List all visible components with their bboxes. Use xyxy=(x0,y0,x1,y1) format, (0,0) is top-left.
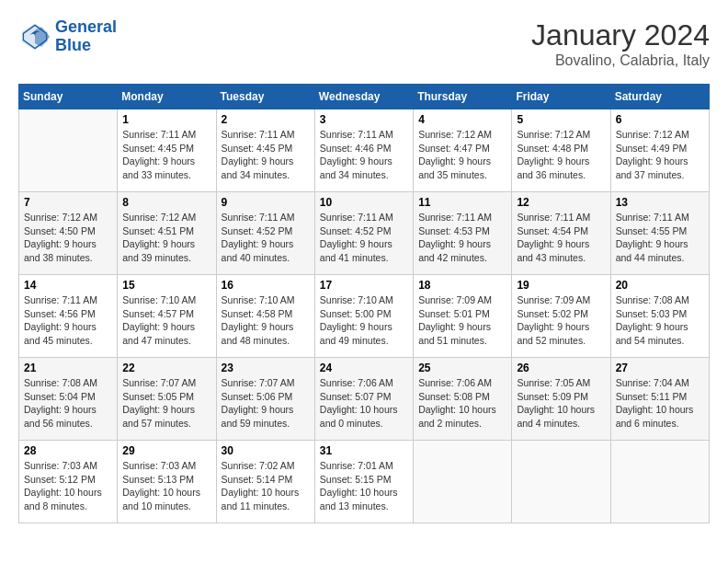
calendar-cell: 2Sunrise: 7:11 AM Sunset: 4:45 PM Daylig… xyxy=(216,109,314,192)
day-info: Sunrise: 7:07 AM Sunset: 5:06 PM Dayligh… xyxy=(222,376,310,431)
logo-text-line2: Blue xyxy=(55,37,117,55)
calendar-cell: 7Sunrise: 7:12 AM Sunset: 4:50 PM Daylig… xyxy=(19,192,118,275)
day-number: 20 xyxy=(616,279,704,292)
day-number: 3 xyxy=(320,113,408,126)
day-info: Sunrise: 7:12 AM Sunset: 4:51 PM Dayligh… xyxy=(122,211,210,265)
day-number: 18 xyxy=(418,279,506,292)
calendar-cell: 29Sunrise: 7:03 AM Sunset: 5:13 PM Dayli… xyxy=(118,441,216,523)
day-number: 25 xyxy=(418,362,506,374)
calendar-table: SundayMondayTuesdayWednesdayThursdayFrid… xyxy=(18,84,710,523)
header-friday: Friday xyxy=(512,85,610,109)
week-row-3: 14Sunrise: 7:11 AM Sunset: 4:56 PM Dayli… xyxy=(19,275,710,358)
day-number: 24 xyxy=(320,362,408,374)
calendar-cell: 3Sunrise: 7:11 AM Sunset: 4:46 PM Daylig… xyxy=(314,109,413,192)
day-info: Sunrise: 7:12 AM Sunset: 4:48 PM Dayligh… xyxy=(517,128,605,182)
day-info: Sunrise: 7:03 AM Sunset: 5:13 PM Dayligh… xyxy=(122,459,210,513)
day-number: 6 xyxy=(616,113,704,126)
calendar-cell: 1Sunrise: 7:11 AM Sunset: 4:45 PM Daylig… xyxy=(118,109,216,192)
day-number: 17 xyxy=(320,279,408,292)
calendar-cell: 19Sunrise: 7:09 AM Sunset: 5:02 PM Dayli… xyxy=(512,275,610,358)
day-number: 10 xyxy=(320,196,408,209)
day-info: Sunrise: 7:10 AM Sunset: 4:58 PM Dayligh… xyxy=(222,293,310,348)
calendar-cell: 10Sunrise: 7:11 AM Sunset: 4:52 PM Dayli… xyxy=(314,192,413,275)
week-row-4: 21Sunrise: 7:08 AM Sunset: 5:04 PM Dayli… xyxy=(19,358,710,441)
day-info: Sunrise: 7:11 AM Sunset: 4:54 PM Dayligh… xyxy=(517,211,605,265)
header-sunday: Sunday xyxy=(19,85,118,109)
calendar-cell: 23Sunrise: 7:07 AM Sunset: 5:06 PM Dayli… xyxy=(216,358,314,441)
day-info: Sunrise: 7:11 AM Sunset: 4:56 PM Dayligh… xyxy=(24,293,112,348)
day-number: 5 xyxy=(517,113,605,126)
day-number: 12 xyxy=(517,196,605,209)
day-info: Sunrise: 7:09 AM Sunset: 5:02 PM Dayligh… xyxy=(517,293,605,348)
page-header: General Blue January 2024 Bovalino, Cala… xyxy=(18,18,710,69)
calendar-cell: 30Sunrise: 7:02 AM Sunset: 5:14 PM Dayli… xyxy=(216,441,314,523)
calendar-cell: 9Sunrise: 7:11 AM Sunset: 4:52 PM Daylig… xyxy=(216,192,314,275)
title-block: January 2024 Bovalino, Calabria, Italy xyxy=(531,18,710,69)
day-number: 13 xyxy=(616,196,704,209)
logo-text-line1: General xyxy=(55,18,117,37)
calendar-cell: 4Sunrise: 7:12 AM Sunset: 4:47 PM Daylig… xyxy=(414,109,512,192)
day-info: Sunrise: 7:11 AM Sunset: 4:45 PM Dayligh… xyxy=(222,128,310,182)
calendar-cell xyxy=(512,441,610,523)
calendar-cell: 14Sunrise: 7:11 AM Sunset: 4:56 PM Dayli… xyxy=(19,275,118,358)
header-wednesday: Wednesday xyxy=(314,85,413,109)
day-number: 2 xyxy=(222,113,310,126)
calendar-cell xyxy=(19,109,118,192)
calendar-cell: 24Sunrise: 7:06 AM Sunset: 5:07 PM Dayli… xyxy=(314,358,413,441)
day-info: Sunrise: 7:08 AM Sunset: 5:03 PM Dayligh… xyxy=(616,293,704,348)
header-thursday: Thursday xyxy=(414,85,512,109)
day-info: Sunrise: 7:05 AM Sunset: 5:09 PM Dayligh… xyxy=(517,376,605,431)
day-number: 4 xyxy=(418,113,506,126)
calendar-cell xyxy=(414,441,512,523)
calendar-subtitle: Bovalino, Calabria, Italy xyxy=(531,52,710,69)
day-info: Sunrise: 7:11 AM Sunset: 4:45 PM Dayligh… xyxy=(122,128,210,182)
day-info: Sunrise: 7:11 AM Sunset: 4:53 PM Dayligh… xyxy=(418,211,506,265)
calendar-cell: 15Sunrise: 7:10 AM Sunset: 4:57 PM Dayli… xyxy=(118,275,216,358)
day-info: Sunrise: 7:01 AM Sunset: 5:15 PM Dayligh… xyxy=(320,459,408,513)
week-row-1: 1Sunrise: 7:11 AM Sunset: 4:45 PM Daylig… xyxy=(19,109,710,192)
day-number: 8 xyxy=(122,196,210,209)
day-info: Sunrise: 7:03 AM Sunset: 5:12 PM Dayligh… xyxy=(24,459,112,513)
calendar-cell: 20Sunrise: 7:08 AM Sunset: 5:03 PM Dayli… xyxy=(610,275,709,358)
day-info: Sunrise: 7:08 AM Sunset: 5:04 PM Dayligh… xyxy=(24,376,112,431)
day-info: Sunrise: 7:02 AM Sunset: 5:14 PM Dayligh… xyxy=(222,459,310,513)
day-info: Sunrise: 7:12 AM Sunset: 4:47 PM Dayligh… xyxy=(418,128,506,182)
day-number: 29 xyxy=(122,444,210,457)
calendar-cell: 27Sunrise: 7:04 AM Sunset: 5:11 PM Dayli… xyxy=(610,358,709,441)
week-row-5: 28Sunrise: 7:03 AM Sunset: 5:12 PM Dayli… xyxy=(19,441,710,523)
calendar-title: January 2024 xyxy=(531,18,710,52)
calendar-cell: 12Sunrise: 7:11 AM Sunset: 4:54 PM Dayli… xyxy=(512,192,610,275)
day-number: 1 xyxy=(122,113,210,126)
day-info: Sunrise: 7:10 AM Sunset: 4:57 PM Dayligh… xyxy=(122,293,210,348)
calendar-cell: 21Sunrise: 7:08 AM Sunset: 5:04 PM Dayli… xyxy=(19,358,118,441)
day-info: Sunrise: 7:11 AM Sunset: 4:52 PM Dayligh… xyxy=(320,211,408,265)
calendar-cell: 18Sunrise: 7:09 AM Sunset: 5:01 PM Dayli… xyxy=(414,275,512,358)
day-number: 31 xyxy=(320,444,408,457)
week-row-2: 7Sunrise: 7:12 AM Sunset: 4:50 PM Daylig… xyxy=(19,192,710,275)
day-info: Sunrise: 7:11 AM Sunset: 4:55 PM Dayligh… xyxy=(616,211,704,265)
calendar-cell: 11Sunrise: 7:11 AM Sunset: 4:53 PM Dayli… xyxy=(414,192,512,275)
day-info: Sunrise: 7:06 AM Sunset: 5:07 PM Dayligh… xyxy=(320,376,408,431)
calendar-cell: 28Sunrise: 7:03 AM Sunset: 5:12 PM Dayli… xyxy=(19,441,118,523)
header-saturday: Saturday xyxy=(610,85,709,109)
day-info: Sunrise: 7:04 AM Sunset: 5:11 PM Dayligh… xyxy=(616,376,704,431)
day-info: Sunrise: 7:12 AM Sunset: 4:49 PM Dayligh… xyxy=(616,128,704,182)
calendar-header-row: SundayMondayTuesdayWednesdayThursdayFrid… xyxy=(19,85,710,109)
calendar-cell xyxy=(610,441,709,523)
logo-icon xyxy=(18,20,51,53)
day-number: 23 xyxy=(222,362,310,374)
day-number: 16 xyxy=(222,279,310,292)
calendar-cell: 8Sunrise: 7:12 AM Sunset: 4:51 PM Daylig… xyxy=(118,192,216,275)
calendar-cell: 6Sunrise: 7:12 AM Sunset: 4:49 PM Daylig… xyxy=(610,109,709,192)
day-number: 22 xyxy=(122,362,210,374)
day-number: 11 xyxy=(418,196,506,209)
day-number: 27 xyxy=(616,362,704,374)
day-number: 26 xyxy=(517,362,605,374)
day-number: 28 xyxy=(24,444,112,457)
calendar-cell: 16Sunrise: 7:10 AM Sunset: 4:58 PM Dayli… xyxy=(216,275,314,358)
header-monday: Monday xyxy=(118,85,216,109)
calendar-cell: 17Sunrise: 7:10 AM Sunset: 5:00 PM Dayli… xyxy=(314,275,413,358)
day-info: Sunrise: 7:06 AM Sunset: 5:08 PM Dayligh… xyxy=(418,376,506,431)
day-number: 30 xyxy=(222,444,310,457)
day-info: Sunrise: 7:12 AM Sunset: 4:50 PM Dayligh… xyxy=(24,211,112,265)
